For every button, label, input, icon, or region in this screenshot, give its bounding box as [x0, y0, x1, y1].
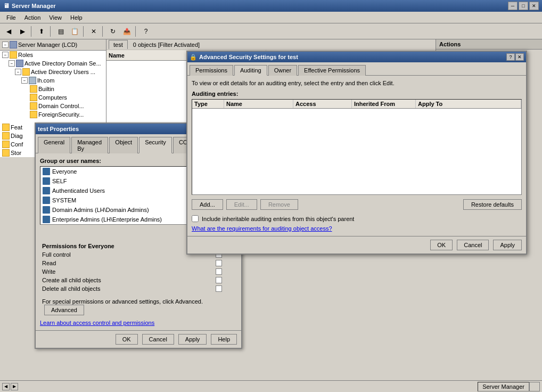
audit-remove-button[interactable]: Remove — [260, 199, 298, 210]
status-bar-left: ◀ ▶ — [2, 383, 478, 390]
auditing-entries-label: Auditing entries: — [192, 91, 522, 97]
tree-root-row[interactable]: − Server Manager (LCD) — [2, 40, 104, 49]
advanced-help-button[interactable]: ? — [506, 53, 515, 61]
audit-col-applyto[interactable]: Apply To — [416, 100, 521, 108]
audit-col-name[interactable]: Name — [224, 100, 293, 108]
properties-button[interactable]: 📋 — [68, 25, 81, 38]
tree-builtin[interactable]: Builtin — [0, 85, 106, 93]
tree-ad-users[interactable]: − Active Directory Users ... — [0, 68, 106, 76]
root-expander[interactable]: − — [2, 42, 9, 48]
diag-label: Diag — [11, 133, 23, 139]
computers-label: Computers — [38, 94, 67, 101]
up-button[interactable]: ⬆ — [35, 25, 48, 38]
builtin-icon — [30, 85, 37, 93]
back-button[interactable]: ◀ — [2, 25, 15, 38]
audit-col-type[interactable]: Type — [192, 100, 224, 108]
ad-domain-expander[interactable]: − — [9, 60, 15, 67]
audit-btn-row: Add... Edit... Remove Restore defaults — [192, 199, 522, 210]
tab-managedby[interactable]: Managed By — [71, 137, 108, 153]
properties-footer: OK Cancel Apply Help — [36, 330, 241, 348]
tree-ad-domain[interactable]: − Active Directory Domain Se... — [0, 59, 106, 68]
properties-cancel-button[interactable]: Cancel — [142, 334, 174, 345]
toolbar-sep-2 — [50, 26, 52, 37]
foreign-security-icon — [30, 111, 37, 118]
lhcom-expander[interactable]: − — [21, 77, 28, 84]
perm-read: Read — [40, 259, 237, 267]
advanced-close-button[interactable]: ✕ — [515, 53, 524, 61]
advanced-footer: OK Cancel Apply — [187, 236, 526, 254]
perm-write: Write — [40, 267, 237, 276]
menu-help[interactable]: Help — [66, 13, 87, 22]
adv-tab-auditing[interactable]: Auditing — [234, 65, 267, 76]
title-bar-text: Server Manager — [12, 3, 56, 9]
learn-link[interactable]: Learn about access control and permissio… — [40, 320, 154, 326]
tab-general[interactable]: General — [38, 137, 70, 153]
audit-add-button[interactable]: Add... — [192, 199, 223, 210]
restore-defaults-button[interactable]: Restore defaults — [463, 199, 522, 210]
tree-foreign-security[interactable]: ForeignSecurity... — [0, 110, 106, 119]
inherit-checkbox[interactable] — [192, 215, 199, 222]
roles-expander[interactable]: − — [2, 52, 9, 58]
user-da-icon — [43, 206, 50, 214]
perm-delete-child-checkbox[interactable] — [216, 285, 222, 292]
lhcom-label: lh.com — [37, 77, 54, 84]
properties-help-button[interactable]: Help — [211, 334, 237, 345]
restore-button[interactable]: □ — [519, 2, 528, 10]
properties-ok-button[interactable]: OK — [116, 334, 138, 345]
audit-col-access[interactable]: Access — [293, 100, 352, 108]
perm-delete-child: Delete all child objects — [40, 284, 237, 293]
tree-domain-control[interactable]: Domain Control... — [0, 102, 106, 110]
tree-lhcom[interactable]: − lh.com — [0, 76, 106, 85]
tab-object[interactable]: Object — [109, 137, 138, 153]
scroll-left-button[interactable]: ◀ — [2, 383, 10, 390]
properties-apply-button[interactable]: Apply — [178, 334, 207, 345]
minimize-button[interactable]: ─ — [508, 2, 518, 10]
close-button[interactable]: ✕ — [529, 2, 539, 10]
adv-tab-effective[interactable]: Effective Permissions — [298, 65, 366, 76]
scroll-right-button[interactable]: ▶ — [11, 383, 18, 390]
conf-icon — [2, 141, 10, 148]
toolbar-sep-4 — [102, 26, 104, 37]
audit-edit-button[interactable]: Edit... — [226, 199, 257, 210]
advanced-ok-button[interactable]: OK — [430, 240, 453, 250]
inherit-row: Include inheritable auditing entries fro… — [192, 215, 522, 222]
special-perm-text: For special permissions or advanced sett… — [40, 296, 237, 317]
learn-link-row: Learn about access control and permissio… — [40, 320, 237, 326]
adv-tab-owner[interactable]: Owner — [268, 65, 297, 76]
perm-write-checkbox[interactable] — [216, 268, 222, 275]
foreign-security-label: ForeignSecurity... — [38, 111, 84, 118]
advanced-button[interactable]: Advanced — [44, 305, 84, 315]
menu-view[interactable]: View — [45, 13, 66, 22]
delete-button[interactable]: ✕ — [87, 25, 100, 38]
roles-label: Roles — [18, 52, 33, 58]
domain-control-icon — [30, 102, 37, 110]
toolbar-sep-1 — [31, 26, 33, 37]
advanced-dialog: 🔒 Advanced Security Settings for test ? … — [186, 51, 527, 255]
tab-security[interactable]: Security — [139, 137, 172, 153]
perm-read-checkbox[interactable] — [216, 260, 222, 266]
adv-tab-permissions[interactable]: Permissions — [190, 65, 233, 76]
ad-domain-label: Active Directory Domain Se... — [24, 60, 101, 67]
advanced-dialog-title-icon: 🔒 — [190, 54, 197, 61]
builtin-label: Builtin — [38, 86, 54, 92]
adv-learn-link[interactable]: What are the requirements for auditing o… — [192, 225, 332, 232]
export-button[interactable]: 📤 — [120, 25, 133, 38]
perm-create-child-checkbox[interactable] — [216, 277, 222, 283]
audit-col-inherited[interactable]: Inherited From — [352, 100, 416, 108]
advanced-apply-button[interactable]: Apply — [493, 240, 522, 250]
refresh-button[interactable]: ↻ — [106, 25, 119, 38]
content-tab-test[interactable]: test — [109, 40, 128, 49]
help-toolbar-button[interactable]: ? — [139, 25, 152, 38]
tree-roles[interactable]: − Roles — [0, 51, 106, 59]
ad-users-expander[interactable]: − — [15, 69, 21, 75]
lhcom-icon — [29, 77, 36, 84]
menu-action[interactable]: Action — [20, 13, 45, 22]
advanced-cancel-button[interactable]: Cancel — [457, 240, 489, 250]
ad-users-icon — [22, 68, 30, 76]
tree-computers[interactable]: Computers — [0, 93, 106, 102]
menu-file[interactable]: File — [2, 13, 20, 22]
menu-bar: File Action View Help — [0, 12, 542, 23]
show-hide-button[interactable]: ▤ — [54, 25, 67, 38]
forward-button[interactable]: ▶ — [16, 25, 29, 38]
status-server-manager: Server Manager — [478, 382, 529, 391]
